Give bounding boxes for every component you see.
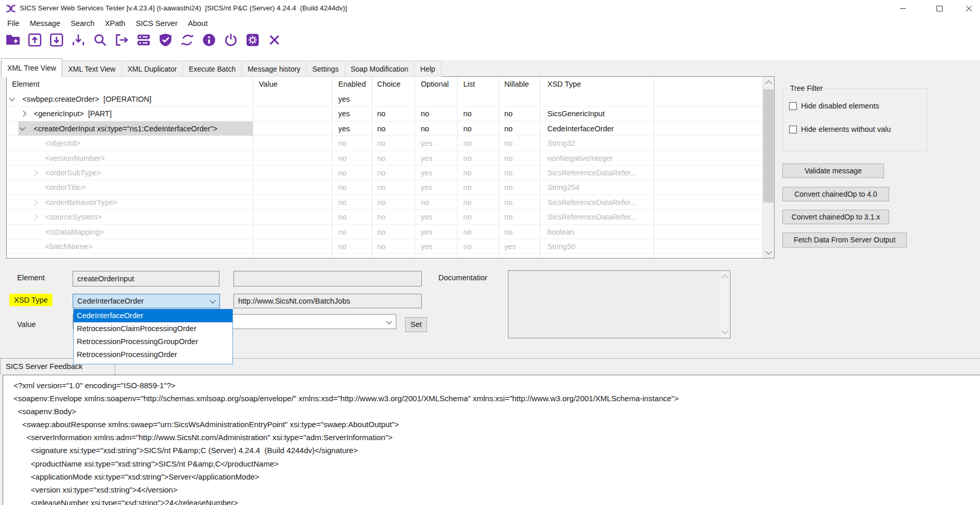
xml-line: <releaseNumber xsi:type="xsd:string">24<… (13, 496, 980, 505)
documentation-scrollbar[interactable] (721, 271, 729, 337)
menu-about[interactable]: About (183, 17, 213, 30)
dropdown-item-selected[interactable]: CedeInterfaceOrder (74, 309, 232, 322)
close-icon (965, 5, 972, 12)
table-row-selected[interactable]: <createOrderInput xsi:type="ns1:CedeInte… (7, 121, 762, 136)
col-header-enabled[interactable]: Enabled (338, 77, 366, 92)
expand-chevron-icon[interactable] (32, 214, 37, 220)
shield-check-icon[interactable] (158, 32, 173, 48)
validate-message-button[interactable]: Validate message (782, 163, 884, 178)
col-header-nillable[interactable]: Nillable (504, 77, 529, 92)
expand-chevron-icon[interactable] (32, 199, 37, 205)
download-icon[interactable] (71, 32, 86, 48)
documentation-textarea[interactable] (508, 270, 730, 338)
element-extra-input[interactable] (233, 271, 422, 286)
checkbox-icon[interactable] (789, 126, 797, 133)
dropdown-item[interactable]: RetrocessionProcessingGroupOrder (74, 335, 232, 348)
menu-bar: File Message Search XPath SICS Server Ab… (0, 17, 980, 30)
col-header-choice[interactable]: Choice (377, 77, 401, 92)
fetch-data-from-server-output-button[interactable]: Fetch Data From Server Output (782, 233, 907, 248)
box-arrow-down-icon[interactable] (49, 32, 64, 48)
chevron-down-icon (765, 248, 772, 255)
scroll-up-button[interactable] (763, 77, 774, 88)
tab-xml-text-view[interactable]: XML Text View (62, 61, 122, 77)
info-icon[interactable] (201, 32, 217, 48)
table-header: Element Value Enabled Choice Optional Li… (7, 77, 762, 92)
server-list-icon[interactable] (136, 32, 151, 48)
convert-chainedop-31x-button[interactable]: Convert chainedOp to 3.1.x (782, 210, 889, 224)
table-row[interactable]: <batchName> no no yes no yes String50 (7, 239, 762, 254)
tab-execute-batch[interactable]: Execute Batch (183, 61, 242, 77)
xml-tree-table: Element Value Enabled Choice Optional Li… (6, 76, 775, 258)
table-row[interactable]: <orderBehaviorType> no no no no no SicsR… (7, 195, 762, 210)
scroll-down-button[interactable] (763, 247, 774, 258)
hide-disabled-elements-option[interactable]: Hide disabled elements (789, 102, 879, 110)
tab-message-history[interactable]: Message history (242, 61, 307, 77)
table-row[interactable]: <versionNumber> no no yes no no nonNegat… (7, 151, 762, 166)
table-row[interactable]: <orderSubType> no no yes no no SicsRefer… (7, 166, 762, 180)
tab-soap-modification[interactable]: Soap Modification (345, 61, 415, 77)
toolbar (0, 30, 980, 60)
folder-plus-icon[interactable] (5, 32, 21, 48)
menu-xpath[interactable]: XPath (100, 17, 131, 30)
menu-search[interactable]: Search (65, 17, 100, 30)
tab-xml-duplicator[interactable]: XML Duplicator (122, 61, 183, 77)
expand-chevron-icon[interactable] (20, 111, 26, 117)
minimize-button[interactable] (891, 0, 915, 17)
app-window: { "window": { "title": "SICS Server Web … (0, 0, 980, 505)
table-row[interactable]: <genericInput> [PART] yes no no no no Si… (7, 106, 762, 121)
namespace-input[interactable] (233, 294, 422, 308)
table-row[interactable]: <isDataMapping> no no yes no no boolean (7, 225, 762, 239)
convert-chainedop-40-button[interactable]: Convert chainedOp to 4.0 (782, 187, 889, 201)
table-row[interactable]: <objectId> no no yes no no String32 (7, 136, 762, 151)
expand-chevron-icon[interactable] (32, 170, 37, 175)
window-title: SICS Server Web Services Tester [v.4.23.… (20, 0, 347, 17)
menu-sics-server[interactable]: SICS Server (131, 17, 183, 30)
tab-help[interactable]: Help (415, 61, 441, 77)
table-row[interactable]: <orderTitle> no no yes no no String254 (7, 180, 762, 195)
col-header-optional[interactable]: Optional (421, 77, 449, 92)
xsd-type-combobox[interactable]: CedeInterfaceOrder (73, 294, 220, 308)
export-icon[interactable] (114, 32, 130, 48)
col-header-list[interactable]: List (463, 77, 475, 92)
scrollbar-thumb[interactable] (763, 89, 774, 202)
dropdown-item[interactable]: RetrocessionClaimProcessingOrder (74, 322, 232, 335)
tree-filter-groupbox (782, 88, 928, 151)
tab-settings[interactable]: Settings (307, 61, 345, 77)
xml-line: <applicationMode xsi:type="xsd:string">S… (13, 470, 980, 483)
element-name-input[interactable] (73, 271, 219, 286)
collapse-chevron-icon[interactable] (9, 95, 15, 101)
table-row[interactable]: <sourceSystem> no no yes no no SicsRefer… (7, 210, 762, 224)
set-button[interactable]: Set (405, 317, 427, 332)
tree-vertical-scrollbar[interactable] (762, 77, 774, 258)
xml-line: <version xsi:type="xsd:string">4</versio… (13, 483, 980, 496)
close-x-icon[interactable] (267, 32, 282, 48)
maximize-button[interactable] (928, 0, 951, 17)
app-logo-icon (5, 5, 17, 12)
element-label: Element (17, 274, 45, 282)
box-arrow-up-icon[interactable] (27, 32, 43, 48)
xsd-type-dropdown-list: CedeInterfaceOrder RetrocessionClaimProc… (73, 309, 233, 364)
chevron-down-icon (386, 318, 392, 324)
documentation-label: Documentatior (438, 274, 487, 282)
power-icon[interactable] (223, 32, 239, 48)
col-header-value[interactable]: Value (259, 77, 278, 92)
search-icon[interactable] (92, 32, 108, 48)
value-label: Value (17, 320, 36, 329)
maximize-icon (936, 6, 943, 11)
close-button[interactable] (957, 0, 980, 17)
dropdown-item[interactable]: RetrocessionProcessingOrder (74, 348, 232, 361)
checkbox-icon[interactable] (789, 102, 797, 110)
hide-elements-without-value-option[interactable]: Hide elements without valu (789, 125, 891, 133)
table-row[interactable]: <importFromDateTime> no no yes no no dat… (7, 254, 762, 258)
tab-strip: XML Tree View XML Text View XML Duplicat… (1, 58, 441, 77)
col-header-element[interactable]: Element (12, 77, 39, 92)
col-header-xsd-type[interactable]: XSD Type (547, 77, 581, 92)
table-row[interactable]: <swbpep:createOrder> [OPERATION] yes (7, 92, 762, 106)
menu-file[interactable]: File (2, 17, 24, 30)
gear-icon[interactable] (245, 32, 260, 48)
refresh-icon[interactable] (180, 32, 195, 48)
server-feedback-output[interactable]: <?xml version="1.0" encoding="ISO-8859-1… (3, 375, 980, 505)
xml-line: <soapenv:Body> (13, 405, 980, 418)
tab-xml-tree-view[interactable]: XML Tree View (1, 58, 62, 77)
menu-message[interactable]: Message (24, 17, 65, 30)
